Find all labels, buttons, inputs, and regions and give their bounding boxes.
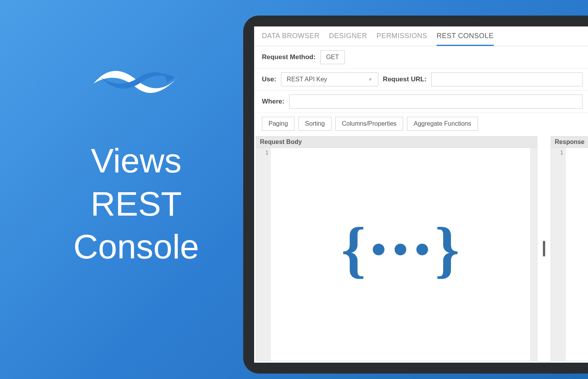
logo-icon — [58, 47, 214, 109]
where-row: Where: — [254, 91, 588, 113]
request-body-editor[interactable]: { } — [271, 148, 530, 361]
paging-button[interactable]: Paging — [262, 117, 295, 131]
request-url-input[interactable] — [431, 72, 583, 86]
editor-row: Request Body 1 { } — [254, 136, 588, 363]
request-method-label: Request Method: — [262, 53, 316, 61]
brand-area: Views REST Console — [58, 47, 214, 267]
tab-data-browser[interactable]: DATA BROWSER — [262, 32, 319, 46]
sorting-button[interactable]: Sorting — [298, 117, 332, 131]
where-label: Where: — [262, 98, 284, 105]
request-body-right-gutter — [530, 148, 537, 361]
tab-bar: DATA BROWSER DESIGNER PERMISSIONS REST C… — [254, 26, 588, 46]
response-gutter: 1 — [551, 148, 566, 361]
response-pane: Response 1 — [551, 136, 588, 361]
aggregate-functions-button[interactable]: Aggregate Functions — [407, 117, 478, 131]
request-method-row: Request Method: GET — [254, 46, 588, 68]
splitter[interactable] — [543, 136, 545, 361]
use-label: Use: — [262, 75, 276, 83]
line-number: 1 — [256, 149, 269, 156]
request-body-pane: Request Body 1 { } — [256, 136, 537, 361]
use-dropdown[interactable]: REST API Key ▼ — [281, 72, 378, 86]
response-header: Response — [551, 137, 588, 148]
request-url-label: Request URL: — [383, 75, 427, 83]
chevron-down-icon: ▼ — [368, 77, 372, 82]
braces-ellipsis-icon: { } — [341, 218, 460, 281]
title-line-3: Console — [74, 226, 199, 267]
request-body-header: Request Body — [256, 137, 537, 148]
app-screen: DATA BROWSER DESIGNER PERMISSIONS REST C… — [254, 26, 588, 363]
device-frame: DATA BROWSER DESIGNER PERMISSIONS REST C… — [243, 16, 588, 374]
tab-designer[interactable]: DESIGNER — [329, 32, 367, 46]
where-input[interactable] — [289, 95, 583, 109]
title-line-2: REST — [91, 183, 182, 225]
request-method-select[interactable]: GET — [320, 50, 345, 64]
tab-rest-console[interactable]: REST CONSOLE — [437, 32, 494, 46]
tab-permissions[interactable]: PERMISSIONS — [376, 32, 427, 46]
columns-properties-button[interactable]: Columns/Properties — [335, 117, 404, 131]
request-body-gutter: 1 — [256, 148, 271, 361]
options-row: Paging Sorting Columns/Properties Aggreg… — [254, 113, 588, 136]
use-dropdown-value: REST API Key — [287, 76, 327, 83]
line-number: 1 — [551, 149, 563, 156]
response-editor[interactable] — [566, 148, 588, 361]
use-url-row: Use: REST API Key ▼ Request URL: — [254, 68, 588, 91]
title-line-1: Views — [91, 140, 181, 181]
